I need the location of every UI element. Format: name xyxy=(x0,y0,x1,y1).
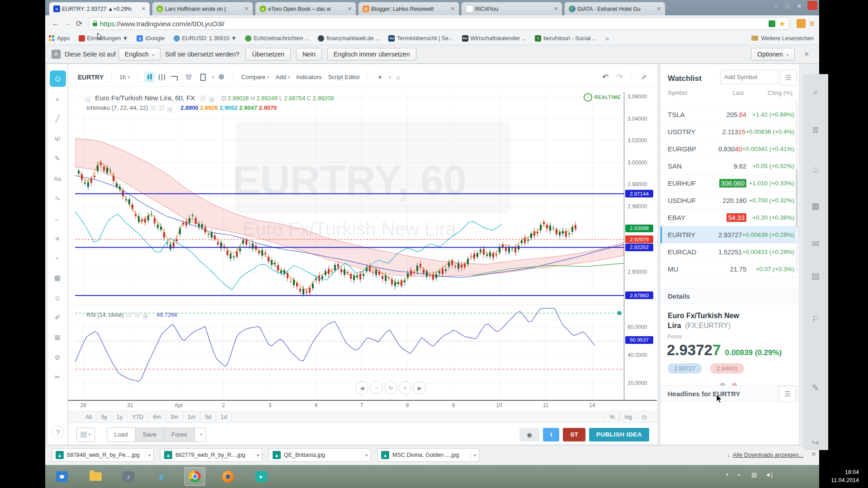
bookmark-igoogle[interactable]: giGoogle xyxy=(137,35,165,42)
bookmark-other-folder[interactable]: Weitere Lesezeichen xyxy=(751,35,814,42)
crosshair-tool[interactable]: + xyxy=(47,92,67,106)
pitchfork-tool[interactable]: Ψ xyxy=(47,132,67,145)
position-tool[interactable]: ☺ xyxy=(47,291,67,305)
taskbar-media-icon[interactable]: ♪ xyxy=(118,467,139,486)
layout-dropdown-button[interactable]: ▾ xyxy=(195,427,207,442)
forward-button[interactable]: → xyxy=(61,18,73,29)
taskbar-folder-icon[interactable] xyxy=(85,467,106,486)
stocktwits-button[interactable]: ST xyxy=(563,428,585,441)
tab-close-icon[interactable]: ✕ xyxy=(449,6,456,12)
range-button-1y[interactable]: 1y xyxy=(112,413,127,421)
zoom-tool[interactable]: ⌕ xyxy=(47,251,67,265)
watchlist-row-tsla[interactable]: TSLA205.84+1.42 (+0.69%) xyxy=(660,106,799,123)
wand-icon[interactable]: ✶ xyxy=(374,72,385,83)
pnf-style-button[interactable]: XOXXO xyxy=(183,72,194,83)
tab-giata[interactable]: GIATA - Extranet Hotel Gu✕ xyxy=(564,2,665,15)
downloads-show-all-link[interactable]: ↓Alle Downloads anzeigen... xyxy=(727,451,803,458)
redo-button[interactable]: ↷ xyxy=(614,72,625,83)
tab-eurtry[interactable]: ∿EURTRY: 2.93727 ▲+0.29%✕ xyxy=(49,2,150,15)
emoji-tool-button[interactable]: ☺ xyxy=(50,70,66,87)
scale-button-log[interactable]: log xyxy=(619,413,637,421)
flame-icon[interactable]: ♨ xyxy=(803,160,828,178)
nav-left-button[interactable]: ◀ xyxy=(355,381,368,394)
language-select[interactable]: Englisch ▾ xyxy=(118,48,160,61)
download-caret-icon[interactable]: ▾ xyxy=(254,451,260,460)
axis-clock-icon[interactable]: ◷ xyxy=(637,413,651,421)
bookmark-echtzeitnachrichten[interactable]: Echtzeitnachrichten ... xyxy=(245,35,309,42)
bookmark-terminuebersicht[interactable]: GoTerminübersicht | Se... xyxy=(388,35,453,42)
indicators-button[interactable]: Indicators xyxy=(296,74,321,80)
lock-tool[interactable]: ⊠ xyxy=(47,331,67,344)
watchlist-row-ebay[interactable]: EBAY54.33+0.20 (+0.38%) xyxy=(660,209,799,226)
tray-expand-icon[interactable]: ▴ xyxy=(726,471,728,476)
time-axis[interactable]: 2831Apr234789101114 xyxy=(75,401,624,411)
bookmark-eurusd[interactable]: EURUSD: 1.35910 ▼ xyxy=(174,35,237,42)
tab-etoro-openbook[interactable]: eeToro Open Book – das w✕ xyxy=(255,2,356,15)
tab-blogger[interactable]: BBlogger: LaHos Reisewelt✕ xyxy=(358,2,459,15)
publish-idea-button[interactable]: PUBLISH IDEA xyxy=(589,428,649,441)
save-button[interactable]: Save xyxy=(136,427,165,442)
maximize-button[interactable]: □ xyxy=(782,3,793,9)
trendline-tool[interactable]: ╱ xyxy=(47,112,67,126)
add-symbol-input[interactable] xyxy=(720,70,778,84)
bookmark-finanzmarktwelt[interactable]: finanzmarktwelt.de ... xyxy=(318,35,380,42)
range-button-5y[interactable]: 5y xyxy=(97,413,112,421)
close-button[interactable]: ✕ xyxy=(794,3,805,9)
scale-button-%[interactable]: % xyxy=(604,413,619,421)
download-item[interactable]: ▲QE_Brittania.jpg▾ xyxy=(269,448,371,462)
tab-close-icon[interactable]: ✕ xyxy=(656,6,662,12)
watchlist-row-san[interactable]: SAN9.62+0.05 (+0.52%) xyxy=(660,158,799,175)
download-item[interactable]: ▲682779_web_R_by_R....jpg▾ xyxy=(160,448,262,462)
address-bar[interactable]: https ://www.tradingview.com/e/0DLyuO3l/… xyxy=(89,17,789,30)
translate-button[interactable]: Übersetzen xyxy=(245,48,291,61)
notes-icon[interactable]: ≣ xyxy=(803,121,828,139)
cut-tool[interactable]: ✂ xyxy=(47,371,67,384)
rsi-eye-icon[interactable] xyxy=(126,312,132,318)
extension-page-icon[interactable] xyxy=(769,20,775,27)
tab-close-icon[interactable]: ✕ xyxy=(243,6,250,12)
candles-style-button[interactable] xyxy=(144,72,155,83)
layout-name-button[interactable]: Forex xyxy=(164,427,195,442)
fib-tool[interactable]: ≡ xyxy=(47,231,67,245)
download-item[interactable]: ▲587848_web_R_by_Pe....jpg▾ xyxy=(52,448,154,462)
price-chart[interactable]: EURTRY, 60Euro Fx/Turkish New Lira xyxy=(75,92,624,400)
bars-style-button[interactable] xyxy=(159,74,165,80)
bookmark-star-icon[interactable]: ★ xyxy=(779,19,785,28)
legend-collapse-icon[interactable]: ‹ xyxy=(85,97,91,103)
translate-close-icon[interactable]: ✕ xyxy=(804,51,809,58)
options-button[interactable]: Optionen ▾ xyxy=(751,48,795,61)
snapshot-button[interactable]: ◉ xyxy=(519,428,539,441)
gear-icon[interactable]: ☸ xyxy=(216,72,227,83)
arrow-tool[interactable]: ← xyxy=(47,211,67,225)
price-axis[interactable]: 3.060003.040003.020003.000002.980002.960… xyxy=(624,92,657,400)
zoom-in-button[interactable]: + xyxy=(399,381,412,394)
download-caret-icon[interactable]: ▾ xyxy=(471,451,477,460)
watchlist-menu-button[interactable]: ☰ xyxy=(780,70,797,86)
interval-button[interactable]: 1h▾ xyxy=(119,74,130,80)
headlines-menu-button[interactable]: ☰ xyxy=(779,386,796,402)
twitter-button[interactable]: t xyxy=(543,428,560,441)
search-icon[interactable]: ⌕ xyxy=(803,83,828,101)
download-item[interactable]: ▲MSC Divina, Golden ....jpg▾ xyxy=(377,448,479,462)
taskbar-messenger-icon[interactable] xyxy=(52,467,72,486)
tray-volume-icon[interactable]: ◄) xyxy=(765,471,773,478)
indicator-close-icon[interactable]: ✕ xyxy=(167,107,173,113)
print-icon[interactable]: ▤ xyxy=(803,267,828,285)
bookmark-apps[interactable]: Apps xyxy=(49,35,70,42)
tab-lars-hoffmann[interactable]: eLars Hoffmann wrote on (✕ xyxy=(152,2,253,15)
annotation-tool[interactable]: ✐ xyxy=(47,311,67,324)
pattern-tool[interactable]: ∿ xyxy=(47,192,67,205)
share-icon[interactable]: ↪ xyxy=(803,433,828,451)
mail-icon[interactable]: ✉ xyxy=(803,235,828,253)
bookmark-berufstouri[interactable]: +berufstouri - Social ... xyxy=(535,35,597,42)
extension-badge-icon[interactable] xyxy=(797,19,806,28)
compare-button[interactable]: Compare▾ xyxy=(241,74,269,80)
watchlist-row-eurcad[interactable]: EURCAD1.52251+0.00433 (+0.29%) xyxy=(660,244,799,261)
range-button-5d[interactable]: 5d xyxy=(200,413,216,421)
taskbar-chrome-icon[interactable] xyxy=(184,467,205,486)
range-button-6m[interactable]: 6m xyxy=(148,413,165,421)
range-button-ytd[interactable]: YTD xyxy=(127,413,148,421)
line-style-button[interactable] xyxy=(169,72,179,83)
legend-close-icon[interactable]: ✕ xyxy=(209,97,215,103)
tray-network-icon[interactable]: ▤ xyxy=(751,471,757,478)
